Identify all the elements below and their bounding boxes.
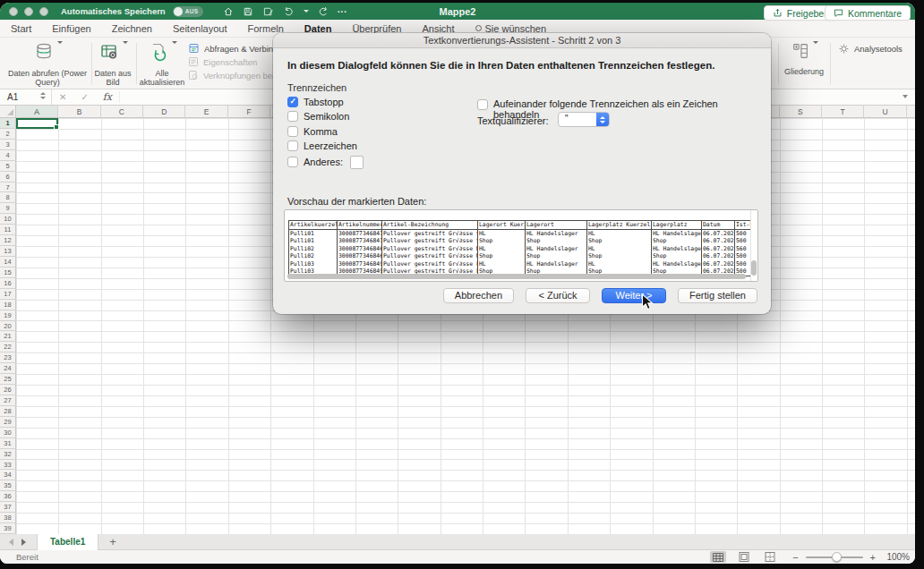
insert-function-icon[interactable]: fx [96, 91, 120, 103]
weiter-button[interactable]: Weiter > [602, 288, 666, 303]
name-box[interactable]: A1 [0, 89, 52, 105]
sheet-tab-tabelle1[interactable]: Tabelle1 [37, 534, 98, 550]
checkbox-icon[interactable] [287, 111, 298, 122]
column-header-t[interactable]: T [822, 106, 864, 118]
zoom-out-button[interactable]: − [792, 552, 798, 563]
row-header-2[interactable]: 2 [0, 129, 16, 140]
row-header-28[interactable]: 28 [0, 406, 16, 417]
undo-menu-chevron-icon[interactable] [304, 10, 309, 13]
select-all-corner[interactable] [0, 106, 16, 118]
row-header-23[interactable]: 23 [0, 352, 16, 363]
column-header-e[interactable]: E [185, 106, 227, 118]
row-header-31[interactable]: 31 [0, 438, 16, 449]
page-layout-view-button[interactable] [736, 551, 752, 563]
row-header-19[interactable]: 19 [0, 310, 16, 321]
column-header-c[interactable]: C [101, 106, 143, 118]
textqualifizierer-select[interactable]: " [558, 112, 610, 127]
column-header-b[interactable]: B [58, 106, 100, 118]
autosave-toggle[interactable]: AUS [173, 6, 203, 17]
delimiter-semikolon-checkbox[interactable]: Semikolon [287, 111, 349, 122]
daten-aus-bild-button[interactable]: Daten aus Bild [93, 41, 133, 87]
checkbox-icon[interactable] [287, 157, 298, 167]
normal-view-button[interactable] [710, 551, 726, 563]
row-header-33[interactable]: 33 [0, 460, 16, 471]
row-header-3[interactable]: 3 [0, 140, 16, 150]
row-header-11[interactable]: 11 [0, 225, 16, 235]
row-header-30[interactable]: 30 [0, 428, 16, 438]
cancel-entry-icon[interactable]: ✕ [52, 92, 73, 102]
row-header-13[interactable]: 13 [0, 246, 16, 257]
row-header-14[interactable]: 14 [0, 257, 16, 268]
zurueck-button[interactable]: < Zurück [526, 288, 590, 303]
row-header-29[interactable]: 29 [0, 417, 16, 428]
row-header-4[interactable]: 4 [0, 150, 16, 161]
column-header-u[interactable]: U [864, 106, 906, 118]
row-header-37[interactable]: 37 [0, 502, 16, 513]
checkbox-icon[interactable] [287, 140, 298, 151]
checkbox-icon[interactable] [287, 126, 298, 137]
undo-icon[interactable] [283, 6, 295, 17]
preview-vertical-scrollbar[interactable] [750, 210, 757, 281]
row-header-7[interactable]: 7 [0, 183, 16, 193]
column-header-d[interactable]: D [143, 106, 185, 118]
data-preview-box[interactable]: ArtikelkuerzelPulli01Pulli01Pulli02Pulli… [284, 209, 758, 282]
row-header-36[interactable]: 36 [0, 491, 16, 502]
close-window-button[interactable] [9, 7, 18, 16]
delimiter-tabstopp-checkbox[interactable]: Tabstopp [287, 97, 344, 107]
column-header-a[interactable]: A [16, 106, 58, 118]
row-header-34[interactable]: 34 [0, 470, 16, 480]
row-header-39[interactable]: 39 [0, 523, 16, 534]
zoom-slider[interactable] [806, 556, 863, 558]
menu-tab-seitenlayout[interactable]: Seitenlayout [173, 23, 227, 34]
row-header-18[interactable]: 18 [0, 300, 16, 310]
kommentare-button[interactable]: Kommentare [825, 5, 911, 21]
column-header-f[interactable]: F [228, 106, 270, 118]
daten-abrufen-button[interactable]: Daten abrufen (Power Query) [5, 41, 90, 87]
delimiter-leerzeichen-checkbox[interactable]: Leerzeichen [287, 140, 357, 151]
select-stepper-icon[interactable] [596, 113, 609, 126]
formula-bar-expand-icon[interactable] [903, 95, 908, 98]
save-icon[interactable] [243, 6, 253, 17]
row-header-32[interactable]: 32 [0, 449, 16, 460]
fertig-stellen-button[interactable]: Fertig stellen [678, 288, 757, 303]
row-header-15[interactable]: 15 [0, 268, 16, 278]
abbrechen-button[interactable]: Abbrechen [443, 288, 514, 303]
menu-tab-einfügen[interactable]: Einfügen [52, 23, 90, 34]
row-header-27[interactable]: 27 [0, 395, 16, 406]
page-break-view-button[interactable] [762, 551, 778, 563]
row-header-8[interactable]: 8 [0, 192, 16, 203]
prev-sheet-icon[interactable] [9, 539, 13, 546]
alle-aktualisieren-button[interactable]: Alle aktualisieren [139, 41, 185, 87]
delimiter-anderes-checkbox[interactable]: Anderes: [287, 156, 364, 169]
menu-tab-daten[interactable]: Daten [304, 23, 332, 34]
save-as-icon[interactable] [262, 6, 274, 17]
menu-tab-ansicht[interactable]: Ansicht [422, 23, 454, 34]
row-header-24[interactable]: 24 [0, 363, 16, 374]
scrollbar-thumb[interactable] [751, 260, 757, 276]
menu-tab-start[interactable]: Start [11, 23, 31, 34]
confirm-entry-icon[interactable]: ✓ [73, 92, 95, 102]
selected-cell-a1[interactable] [16, 118, 58, 129]
home-icon[interactable] [223, 6, 234, 17]
row-header-26[interactable]: 26 [0, 385, 16, 395]
more-icon[interactable]: ··· [338, 6, 347, 17]
checkbox-icon[interactable] [477, 99, 488, 110]
row-header-1[interactable]: 1 [0, 118, 16, 129]
row-header-20[interactable]: 20 [0, 321, 16, 332]
minimize-window-button[interactable] [24, 7, 33, 16]
row-header-5[interactable]: 5 [0, 161, 16, 172]
next-sheet-icon[interactable] [21, 539, 26, 546]
preview-horizontal-scrollbar[interactable] [287, 274, 746, 279]
zoom-slider-thumb[interactable] [832, 552, 842, 562]
name-box-stepper[interactable] [40, 92, 46, 99]
row-header-38[interactable]: 38 [0, 513, 16, 523]
row-header-17[interactable]: 17 [0, 289, 16, 300]
add-sheet-button[interactable]: + [109, 536, 116, 548]
checkbox-checked-icon[interactable] [287, 97, 298, 107]
row-header-25[interactable]: 25 [0, 374, 16, 385]
row-header-9[interactable]: 9 [0, 203, 16, 214]
menu-tab-sie-wünschen[interactable]: Sie wünschen [475, 23, 547, 34]
column-header-v[interactable]: V [907, 106, 915, 118]
delimiter-komma-checkbox[interactable]: Komma [287, 126, 338, 137]
row-header-21[interactable]: 21 [0, 331, 16, 342]
